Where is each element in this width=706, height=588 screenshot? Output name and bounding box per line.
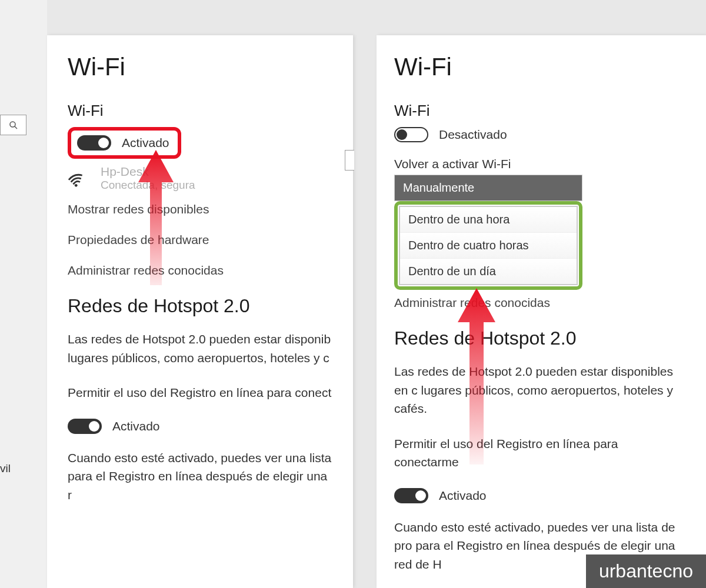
svg-line-1: [15, 126, 17, 129]
network-status: Conectada, segura: [101, 179, 195, 192]
wifi-toggle[interactable]: [394, 127, 428, 142]
dropdown-selected-option[interactable]: Manualmente: [394, 175, 582, 201]
search-box-edge: [345, 150, 354, 171]
hotspot-heading: Redes de Hotspot 2.0: [68, 295, 332, 317]
search-icon: [9, 121, 18, 130]
hotspot-description: Las redes de Hotspot 2.0 pueden estar di…: [68, 330, 332, 367]
search-box[interactable]: [0, 115, 26, 135]
wifi-toggle-row: Desactivado: [394, 127, 685, 142]
watermark: urbantecno: [586, 554, 706, 588]
registry-toggle-label: Activado: [112, 419, 160, 433]
dropdown-option[interactable]: Dentro de cuatro horas: [400, 233, 577, 259]
toggle-knob: [98, 138, 109, 148]
hotspot-description: Las redes de Hotspot 2.0 pueden estar di…: [394, 362, 685, 418]
page-title: Wi-Fi: [394, 53, 685, 81]
registry-label: Permitir el uso del Registro en línea pa…: [394, 435, 685, 472]
dropdown-options-list: Dentro de una hora Dentro de cuatro hora…: [399, 206, 578, 285]
wifi-toggle-label: Desactivado: [439, 128, 507, 142]
registry-toggle-label: Activado: [439, 489, 487, 503]
registry-description: Cuando esto esté activado, puedes ver un…: [68, 449, 332, 505]
toggle-knob: [397, 129, 407, 140]
sidebar-text-fragment: vil: [0, 462, 11, 475]
wifi-settings-panel-on: Wi-Fi Wi-Fi Activado Hp-Desk Conectada, …: [47, 35, 353, 588]
registry-toggle[interactable]: [68, 419, 102, 434]
hotspot-heading: Redes de Hotspot 2.0: [394, 328, 685, 349]
wifi-section-title: Wi-Fi: [394, 102, 685, 120]
show-networks-link[interactable]: Mostrar redes disponibles: [68, 202, 332, 216]
svg-point-2: [75, 184, 78, 187]
reactivate-label: Volver a activar Wi-Fi: [394, 157, 685, 171]
page-title: Wi-Fi: [68, 53, 332, 81]
manage-known-networks-link[interactable]: Administrar redes conocidas: [68, 263, 332, 278]
settings-sidebar-fragment: vil: [0, 0, 47, 588]
toggle-knob: [415, 490, 426, 501]
manage-known-networks-link[interactable]: Administrar redes conocidas: [394, 296, 685, 310]
red-annotation-box: Activado: [68, 127, 181, 159]
dropdown-option[interactable]: Dentro de un día: [400, 259, 577, 284]
wifi-signal-icon: [68, 169, 90, 187]
registry-label: Permitir el uso del Registro en línea pa…: [68, 383, 332, 402]
network-name: Hp-Desk: [101, 165, 195, 179]
wifi-toggle-label: Activado: [122, 136, 169, 150]
wifi-settings-panel-off: Wi-Fi Wi-Fi Desactivado Volver a activar…: [377, 35, 706, 588]
connected-network-row[interactable]: Hp-Desk Conectada, segura: [68, 165, 332, 192]
reactivate-dropdown[interactable]: Manualmente Dentro de una hora Dentro de…: [394, 175, 582, 290]
registry-toggle-row: Activado: [68, 419, 332, 434]
dropdown-option[interactable]: Dentro de una hora: [400, 207, 577, 233]
toggle-knob: [89, 421, 99, 432]
hardware-properties-link[interactable]: Propiedades de hardware: [68, 233, 332, 247]
registry-toggle[interactable]: [394, 488, 428, 503]
green-annotation-box: Dentro de una hora Dentro de cuatro hora…: [394, 201, 582, 290]
wifi-toggle[interactable]: [77, 135, 111, 151]
wifi-section-title: Wi-Fi: [68, 102, 332, 120]
registry-toggle-row: Activado: [394, 488, 685, 503]
svg-point-0: [10, 122, 15, 127]
